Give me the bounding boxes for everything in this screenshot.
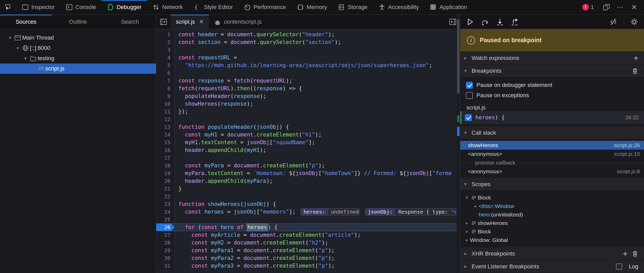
editor-scrollbar[interactable] (457, 15, 460, 273)
scope-node[interactable]: ▸<this>: Window (460, 202, 644, 210)
code-line-8[interactable]: 8fetch(requestURL).then((response) => { (156, 85, 460, 92)
stack-frame[interactable]: showHeroesscript.js:26 (460, 141, 644, 150)
code-line-12[interactable]: 12 (156, 115, 460, 123)
line-number[interactable]: 1 (156, 31, 175, 38)
code-line-20[interactable]: 20 header.appendChild(myPara); (156, 177, 460, 185)
line-number[interactable]: 3 (156, 46, 175, 54)
code-line-31[interactable]: 31 const myPara3 = document.createElemen… (156, 262, 460, 270)
twisty-icon[interactable]: ▾ (7, 35, 13, 41)
call-stack-header[interactable]: ▾ Call stack (460, 126, 644, 139)
breakpoint-checkbox[interactable] (465, 114, 472, 121)
line-number[interactable]: 21 (156, 185, 175, 193)
line-number[interactable]: 7 (156, 77, 175, 85)
checkbox[interactable] (466, 82, 473, 89)
line-number[interactable]: 25 (156, 216, 175, 223)
step-over-button[interactable] (478, 16, 492, 28)
hide-sources-button[interactable] (156, 15, 171, 29)
sidebar-tab-sources[interactable]: Sources (0, 15, 52, 29)
tree-item-testing[interactable]: ▾testing (0, 53, 156, 63)
line-number[interactable]: 19 (156, 169, 175, 177)
code-line-25[interactable]: 25 (156, 216, 460, 223)
code-line-29[interactable]: 29 const myPara1 = document.createElemen… (156, 247, 460, 254)
twisty-icon[interactable]: ▸ (464, 221, 470, 225)
code-line-28[interactable]: 28 const myH2 = document.createElement("… (156, 239, 460, 247)
ignore-source-button[interactable] (607, 16, 620, 28)
add-xhr-breakpoint-icon[interactable]: + (623, 250, 628, 258)
trash-icon[interactable] (632, 67, 638, 75)
stack-frame[interactable]: <anonymous>script.js:10 (460, 150, 644, 158)
line-number[interactable]: 24 (156, 208, 175, 216)
scope-node[interactable]: ▸showHeroes (460, 219, 644, 227)
tree-item--8000[interactable]: ▾[::]:8000 (0, 43, 156, 53)
step-out-button[interactable] (508, 16, 521, 28)
stack-group-label[interactable]: promise callback (460, 158, 644, 167)
tree-item-script-js[interactable]: JSscript.js (0, 63, 156, 74)
line-number[interactable]: 8 (156, 85, 175, 92)
toolbox-tab-application[interactable]: Application (424, 0, 473, 14)
twisty-icon[interactable]: ▾ (14, 46, 21, 51)
line-number[interactable]: 11 (156, 108, 175, 115)
line-number[interactable]: 18 (156, 162, 175, 169)
scrollbar-thumb[interactable] (457, 19, 459, 94)
toolbox-tab-memory[interactable]: Memory (291, 0, 332, 14)
twisty-icon[interactable]: ▾ (22, 56, 29, 61)
toolbox-tab-console[interactable]: Console (60, 0, 102, 14)
code-area[interactable]: 1const header = document.querySelector("… (156, 29, 460, 273)
toolbox-tab-network[interactable]: Network (147, 0, 188, 14)
code-line-15[interactable]: 15 myH1.textContent = jsonObj["squadName… (156, 139, 460, 146)
code-line-13[interactable]: 13function populateHeader(jsonObj) { (156, 123, 460, 131)
line-number[interactable]: 14 (156, 131, 175, 139)
line-number[interactable]: 13 (156, 123, 175, 131)
step-in-button[interactable] (493, 16, 507, 28)
code-line-22[interactable]: 22 (156, 193, 460, 200)
line-number[interactable]: 9 (156, 92, 175, 100)
code-line-23[interactable]: 23function showHeroes(jsonObj) { (156, 200, 460, 208)
line-number[interactable]: 15 (156, 139, 175, 146)
scope-node[interactable]: ▾Block (460, 193, 644, 202)
code-line-30[interactable]: 30 const myPara2 = document.createElemen… (156, 254, 460, 262)
checkbox[interactable] (466, 92, 473, 99)
inline-preview-badge[interactable]: jsonObj:Response { type: "co (365, 208, 460, 215)
sidebar-tab-outline[interactable]: Outline (52, 15, 104, 29)
close-tab-icon[interactable]: ✕ (199, 19, 204, 25)
stack-frame[interactable]: <anonymous>script.js:8 (460, 167, 644, 176)
inline-preview-badge[interactable]: heroes:undefined (301, 208, 360, 215)
scope-node[interactable]: ▸Block (460, 227, 644, 236)
breakpoints-header[interactable]: ▾ Breakpoints (460, 65, 644, 77)
line-number[interactable]: 4 (156, 54, 175, 61)
line-number[interactable]: 26 (156, 223, 175, 231)
code-line-3[interactable]: 3 (156, 46, 460, 54)
line-number[interactable]: 12 (156, 115, 175, 123)
line-number[interactable]: 27 (156, 231, 175, 239)
line-number[interactable]: 10 (156, 100, 175, 108)
close-devtools-button[interactable]: ✕ (629, 2, 639, 12)
breakpoint-option[interactable]: Pause on debugger statement (460, 80, 644, 90)
toolbox-tab-style-editor[interactable]: { }Style Editor (188, 0, 239, 14)
code-line-7[interactable]: 7const response = fetch(requestURL); (156, 77, 460, 85)
code-line-26[interactable]: 26 for (const hero of heroes) { (156, 223, 460, 231)
code-line-4[interactable]: 4const requestURL = (156, 54, 460, 61)
code-line-11[interactable]: 11}); (156, 108, 460, 115)
line-number[interactable]: 31 (156, 262, 175, 270)
twisty-icon[interactable]: ▾ (464, 195, 470, 200)
resume-button[interactable] (463, 16, 477, 28)
code-line-10[interactable]: 10 showHeroes(response); (156, 100, 460, 108)
log-checkbox[interactable] (616, 263, 622, 270)
twisty-icon[interactable]: ▸ (473, 204, 479, 208)
breakpoint-item[interactable]: heroes) {26:22 (460, 111, 644, 124)
code-line-16[interactable]: 16 header.appendChild(myH1); (156, 146, 460, 154)
line-number[interactable]: 29 (156, 247, 175, 254)
toolbox-tab-accessibility[interactable]: Accessibility (373, 0, 424, 14)
code-line-9[interactable]: 9 populateHeader(response); (156, 92, 460, 100)
line-number[interactable]: 17 (156, 154, 175, 162)
code-line-1[interactable]: 1const header = document.querySelector("… (156, 31, 460, 38)
line-number[interactable]: 16 (156, 146, 175, 154)
scopes-header[interactable]: ▾ Scopes (460, 178, 644, 191)
code-line-14[interactable]: 14 const myH1 = document.createElement("… (156, 131, 460, 139)
scope-node[interactable]: ▸Window: Global (460, 236, 644, 244)
tab-contentscript-js[interactable]: contentscript.js (209, 15, 267, 29)
event-listener-breakpoints-header[interactable]: ▸ Event Listener Breakpoints Log (460, 260, 644, 273)
code-line-18[interactable]: 18 const myPara = document.createElement… (156, 162, 460, 169)
xhr-breakpoints-header[interactable]: ▸ XHR Breakpoints + (460, 247, 644, 260)
toolbox-tab-inspector[interactable]: Inspector (16, 0, 60, 14)
